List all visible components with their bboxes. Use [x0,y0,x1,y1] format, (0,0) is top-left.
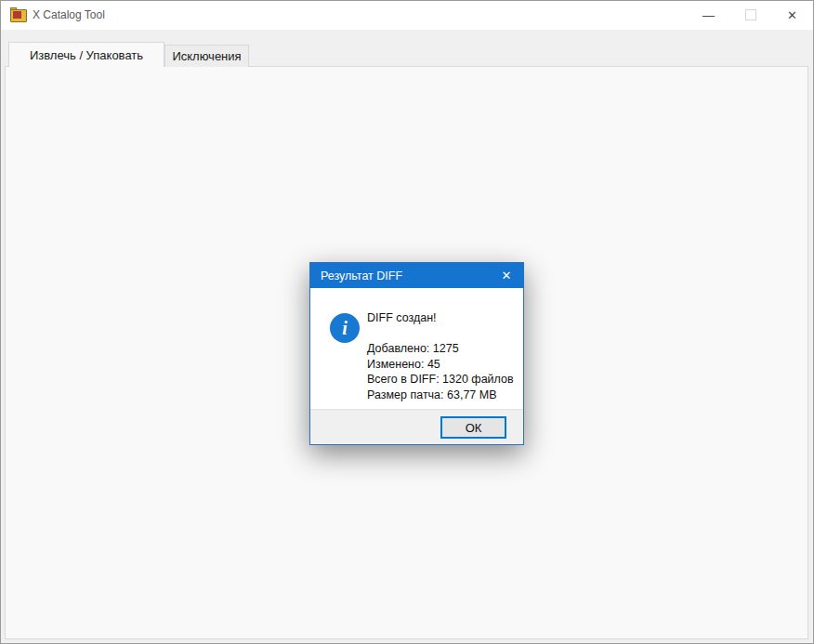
tab-extract-pack[interactable]: Извлечь / Упаковать [8,42,164,67]
title-bar: X Catalog Tool — ✕ [1,1,813,30]
dialog-footer: ОК [310,409,523,444]
maximize-button[interactable] [729,1,771,29]
info-icon: i [330,313,360,343]
ok-button[interactable]: ОК [440,416,506,439]
dialog-body: i DIFF создан! Добавлено: 1275 Изменено:… [310,288,523,411]
maximize-icon [745,9,756,20]
dialog-title-bar: Результат DIFF ✕ [310,263,523,288]
window-title: X Catalog Tool [33,8,105,21]
minimize-button[interactable]: — [688,1,729,29]
dialog-close-icon[interactable]: ✕ [490,263,523,288]
app-icon [10,7,27,21]
dialog-title: Результат DIFF [321,269,402,283]
diff-result-dialog: Результат DIFF ✕ i DIFF создан! Добавлен… [309,262,524,445]
dialog-message: DIFF создан! Добавлено: 1275 Изменено: 4… [367,310,514,402]
close-button[interactable]: ✕ [771,1,813,29]
app-window: X Catalog Tool — ✕ Извлечь / Упаковать И… [0,0,814,644]
tab-exclusions[interactable]: Исключения [164,45,249,67]
